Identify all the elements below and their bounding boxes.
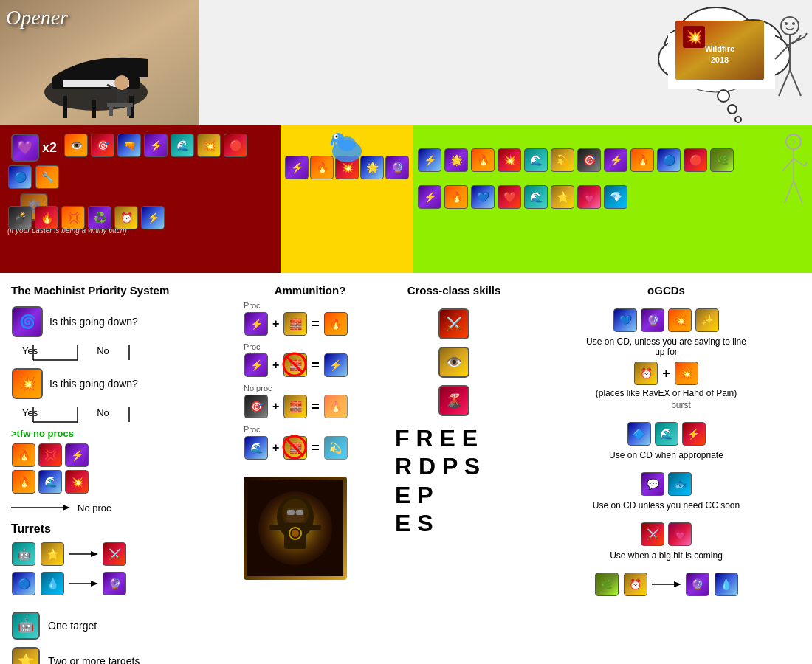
ogcd4-icon1[interactable]: ⚔️	[641, 522, 664, 546]
y-icon-1[interactable]: ⚡	[285, 156, 309, 179]
g-bot-2[interactable]: 🔥	[444, 185, 468, 209]
rot-icon-4[interactable]: ⚡	[144, 134, 168, 157]
grenade-icon[interactable]: 💣	[8, 206, 32, 229]
turret-result-1[interactable]: ⚔️	[103, 542, 126, 566]
ogcd1-icon2[interactable]: 🔮	[641, 308, 664, 332]
no-proc-5[interactable]: 🌊	[38, 470, 62, 494]
ammo-result-3[interactable]: 🔥	[324, 395, 348, 418]
g-bot-4[interactable]: ❤️	[498, 185, 521, 209]
g-bot-6[interactable]: ⭐	[551, 185, 574, 209]
rot-icon-1[interactable]: 👁️	[64, 134, 88, 157]
g-bot-7[interactable]: 💗	[577, 185, 601, 209]
g-icon-4[interactable]: 💥	[498, 148, 521, 172]
ammo-skill-3[interactable]: 🎯	[244, 395, 268, 418]
g-icon-12[interactable]: 🌿	[710, 148, 734, 172]
ogcd5-icon3[interactable]: 🔮	[686, 573, 709, 596]
rapid-icon[interactable]: ⚡	[141, 206, 165, 229]
no-proc-4[interactable]: 🔥	[12, 470, 35, 494]
ogcd3-icon1[interactable]: 💬	[641, 472, 664, 496]
ammo-skill-4[interactable]: 🌊	[244, 436, 268, 460]
wildfire-icon[interactable]: 💜	[11, 134, 39, 162]
ammo-skill-2[interactable]: ⚡	[244, 353, 268, 377]
g-icon-7[interactable]: 🎯	[577, 148, 601, 172]
svg-rect-13	[109, 107, 113, 116]
ogcd2-icon2[interactable]: 🌊	[655, 422, 678, 446]
ability-icon-2[interactable]: 🔧	[35, 165, 59, 189]
ogcd3-icon2[interactable]: 🐟	[668, 472, 692, 496]
svg-line-33	[775, 44, 790, 59]
rot-icon-5[interactable]: 🌊	[171, 134, 194, 157]
ogcd5-icon4[interactable]: 💧	[715, 573, 738, 596]
cross-icon-3[interactable]: 🌋	[438, 385, 469, 416]
svg-point-29	[728, 105, 737, 114]
g-icon-5[interactable]: 🌊	[524, 148, 548, 172]
g-icon-2[interactable]: 🌟	[444, 148, 468, 172]
turret-1b[interactable]: ⭐	[41, 542, 64, 566]
ogcd1-icon4[interactable]: ✨	[695, 308, 719, 332]
turret-2a[interactable]: 🔵	[12, 572, 35, 595]
no-proc-3[interactable]: ⚡	[65, 443, 89, 467]
ammo-icon-1[interactable]: 🧱	[283, 312, 307, 336]
ogcd-clock-icon[interactable]: ⏰	[634, 362, 658, 385]
svg-text:?: ?	[791, 139, 796, 147]
g-bot-8[interactable]: 💎	[604, 185, 627, 209]
g-icon-8[interactable]: ⚡	[604, 148, 627, 172]
svg-line-70	[286, 438, 303, 456]
g-bot-5[interactable]: 🌊	[524, 185, 548, 209]
turret-2b[interactable]: 💧	[41, 572, 64, 595]
proc-icon-1[interactable]: 🌀	[12, 306, 43, 337]
ogcd-group-3-desc: Use on CD unless you need CC soon	[585, 500, 748, 511]
g-bot-1[interactable]: ⚡	[418, 185, 441, 209]
g-icon-10[interactable]: 🔵	[657, 148, 681, 172]
rot-icon-6[interactable]: 💥	[197, 134, 221, 157]
cross-icon-2[interactable]: 👁️	[438, 347, 469, 378]
g-icon-11[interactable]: 🔴	[684, 148, 707, 172]
turret-1a[interactable]: 🤖	[12, 542, 35, 566]
cross-icon-1[interactable]: ⚔️	[438, 308, 469, 339]
thinker-figure	[771, 15, 808, 121]
ogcd5-icon2[interactable]: ⏰	[624, 573, 647, 596]
g-bot-3[interactable]: 💙	[471, 185, 495, 209]
ogcd-group-4-desc: Use when a big hit is coming	[585, 550, 748, 561]
rot-icon-2[interactable]: 🎯	[91, 134, 114, 157]
ogcd-group-2-desc: Use on CD when appropriate	[585, 450, 748, 460]
ogcd4-icon2[interactable]: 💗	[668, 522, 692, 546]
blast-icon[interactable]: 💢	[61, 206, 85, 229]
g-icon-3[interactable]: 🔥	[471, 148, 495, 172]
svg-rect-12	[107, 103, 133, 107]
turrets-label: Turrets	[11, 522, 233, 536]
ammo-result-4[interactable]: 💫	[324, 436, 348, 460]
no-proc-2[interactable]: 💢	[38, 443, 62, 467]
ammo-icon-3[interactable]: 🧱	[283, 395, 307, 418]
no-proc-6[interactable]: 💥	[65, 470, 89, 494]
g-icon-6[interactable]: 💫	[551, 148, 574, 172]
ogcd1-icon1[interactable]: 💙	[613, 308, 637, 332]
ogcd5-icon1[interactable]: 🌿	[595, 573, 619, 596]
no-proc-1[interactable]: 🔥	[12, 443, 35, 467]
g-icon-1[interactable]: ⚡	[418, 148, 441, 172]
burst-icon[interactable]: 💥	[12, 368, 43, 399]
ogcd2-icon1[interactable]: 🔷	[627, 422, 651, 446]
ammo-result-1[interactable]: 🔥	[324, 312, 348, 336]
rot-icon-3[interactable]: 🔫	[117, 134, 141, 157]
ability-icon-1[interactable]: 🔵	[8, 165, 32, 189]
svg-marker-66	[91, 581, 98, 587]
rot-icon-7[interactable]: 🔴	[224, 134, 247, 157]
thought-bubble-area: Wildfire 2018 💥	[650, 0, 812, 125]
ogcd2-icon3[interactable]: ⚡	[682, 422, 706, 446]
ogcd-group-1-icons: 💙 🔮 💥 ✨	[531, 308, 801, 333]
ogcd1-icon3[interactable]: 💥	[668, 308, 692, 332]
ogcd-burst-icon[interactable]: 💥	[675, 362, 698, 385]
clock-icon[interactable]: ⏰	[114, 206, 138, 229]
shot-icon[interactable]: 🔥	[35, 206, 58, 229]
ammo-skill-1[interactable]: ⚡	[244, 312, 268, 336]
reload-icon[interactable]: ♻️	[88, 206, 111, 229]
red-section: 💜 x2 🔵 🔧 ⚙️ 👁️ 🎯 🔫 ⚡ 🌊 💥 🔴	[0, 125, 281, 273]
y-icon-5[interactable]: 🔮	[385, 156, 409, 179]
turret-result-2[interactable]: 🔮	[103, 572, 126, 595]
ogcd-plus-row: ⏰ + 💥	[531, 361, 801, 386]
ammo-result-2[interactable]: ⚡	[324, 353, 348, 377]
g-icon-9[interactable]: 🔥	[630, 148, 654, 172]
svg-line-36	[779, 70, 790, 96]
ogcd-group-4: ⚔️ 💗 Use when a big hit is coming	[531, 522, 801, 561]
